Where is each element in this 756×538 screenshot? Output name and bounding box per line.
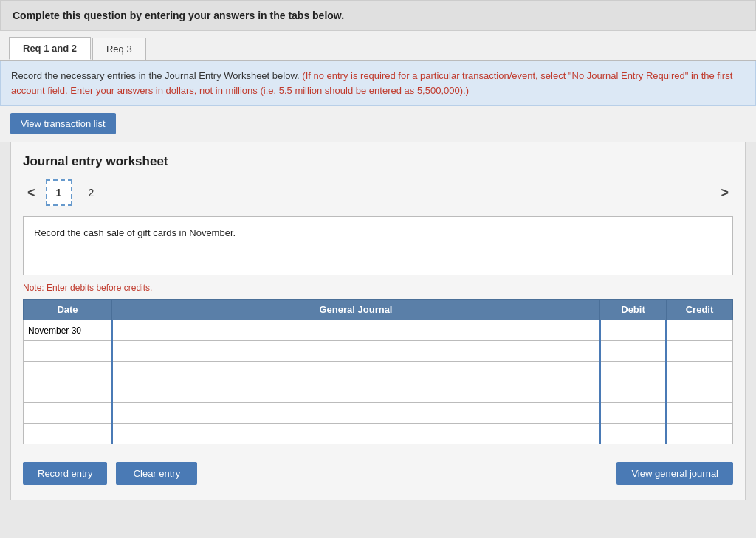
view-transaction-button[interactable]: View transaction list (10, 113, 116, 134)
view-general-journal-button[interactable]: View general journal (616, 462, 733, 485)
debit-input-5[interactable] (601, 403, 665, 423)
debit-input-3[interactable] (601, 362, 665, 382)
date-cell-2 (24, 341, 112, 362)
credit-cell-5[interactable] (667, 403, 733, 424)
debit-cell-2[interactable] (600, 341, 667, 362)
journal-input-4[interactable] (113, 382, 599, 402)
nav-row: < 1 2 > (23, 179, 733, 206)
header-general-journal: General Journal (112, 300, 600, 320)
credit-cell-4[interactable] (667, 382, 733, 403)
journal-input-1[interactable] (113, 320, 599, 340)
credit-input-4[interactable] (667, 382, 732, 402)
header-date: Date (24, 300, 112, 320)
credit-input-1[interactable] (667, 320, 732, 340)
date-cell-3 (24, 362, 112, 382)
journal-cell-6[interactable] (112, 424, 600, 444)
button-bar: View transaction list (0, 106, 756, 142)
next-arrow-button[interactable]: > (716, 184, 733, 202)
action-buttons: Record entry Clear entry View general jo… (23, 456, 733, 488)
table-row (24, 403, 733, 424)
debit-input-6[interactable] (601, 424, 665, 444)
tab-req-3[interactable]: Req 3 (92, 38, 146, 60)
date-cell-5 (24, 403, 112, 424)
header-debit: Debit (600, 300, 667, 320)
tabs-container: Req 1 and 2 Req 3 (0, 31, 756, 61)
credit-input-3[interactable] (667, 362, 732, 382)
debit-cell-6[interactable] (600, 424, 667, 444)
journal-cell-3[interactable] (112, 362, 600, 382)
credit-input-2[interactable] (667, 341, 732, 361)
credit-input-5[interactable] (667, 403, 732, 423)
journal-input-5[interactable] (113, 403, 599, 423)
journal-cell-1[interactable] (112, 320, 600, 341)
outer-container: Complete this question by entering your … (0, 0, 756, 538)
journal-cell-5[interactable] (112, 403, 600, 424)
credit-input-6[interactable] (667, 424, 732, 444)
clear-entry-button[interactable]: Clear entry (116, 462, 197, 485)
date-cell-4 (24, 382, 112, 403)
table-row (24, 424, 733, 444)
debit-cell-1[interactable] (600, 320, 667, 341)
worksheet-title: Journal entry worksheet (23, 154, 733, 169)
date-cell-6 (24, 424, 112, 444)
table-row (24, 362, 733, 382)
description-text: Record the cash sale of gift cards in No… (34, 227, 236, 238)
description-box: Record the cash sale of gift cards in No… (23, 216, 733, 275)
journal-input-2[interactable] (113, 341, 599, 361)
journal-input-6[interactable] (113, 424, 599, 444)
debit-cell-5[interactable] (600, 403, 667, 424)
debit-input-1[interactable] (601, 320, 665, 340)
debit-cell-3[interactable] (600, 362, 667, 382)
journal-table: Date General Journal Debit Credit (23, 299, 733, 444)
journal-cell-2[interactable] (112, 341, 600, 362)
instruction-bar: Complete this question by entering your … (0, 0, 756, 31)
page-2-indicator: 2 (78, 179, 105, 206)
credit-cell-6[interactable] (667, 424, 733, 444)
debit-input-2[interactable] (601, 341, 665, 361)
record-entry-button[interactable]: Record entry (23, 462, 107, 485)
journal-input-3[interactable] (113, 362, 599, 382)
instruction-text: Complete this question by entering your … (13, 10, 344, 21)
table-row (24, 382, 733, 403)
note-text: Note: Enter debits before credits. (23, 283, 733, 293)
worksheet-panel: Journal entry worksheet < 1 2 > Record t… (10, 142, 746, 500)
credit-cell-3[interactable] (667, 362, 733, 382)
date-cell-1: November 30 (24, 320, 112, 341)
journal-cell-4[interactable] (112, 382, 600, 403)
prev-arrow-button[interactable]: < (23, 184, 40, 202)
table-row (24, 341, 733, 362)
credit-cell-1[interactable] (667, 320, 733, 341)
debit-cell-4[interactable] (600, 382, 667, 403)
tab-req-1-2[interactable]: Req 1 and 2 (9, 37, 91, 60)
credit-cell-2[interactable] (667, 341, 733, 362)
debit-input-4[interactable] (601, 382, 665, 402)
info-main-text: Record the necessary entries in the Jour… (11, 70, 300, 81)
info-area: Record the necessary entries in the Jour… (0, 61, 756, 106)
page-1-button[interactable]: 1 (46, 179, 72, 206)
header-credit: Credit (667, 300, 733, 320)
table-row: November 30 (24, 320, 733, 341)
